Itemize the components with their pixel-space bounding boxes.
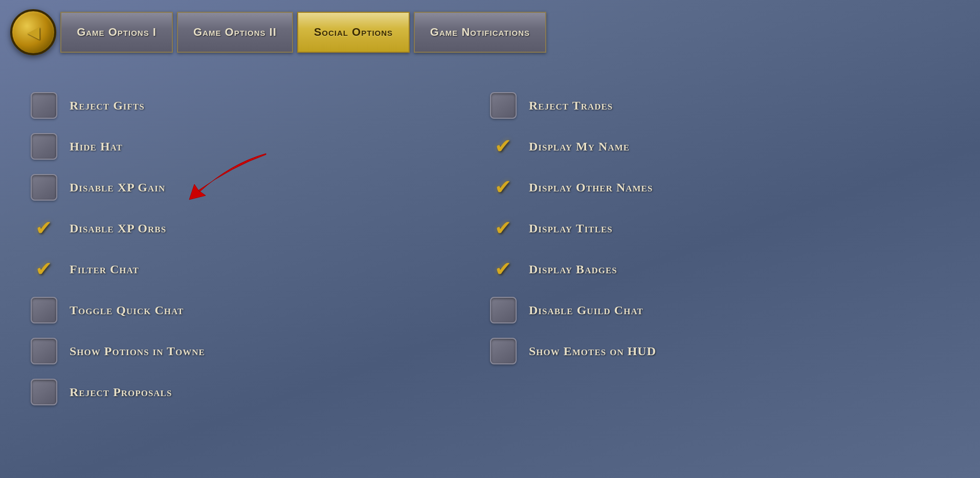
reject-trades-label: Reject Trades xyxy=(529,99,613,113)
tab-game-options-1[interactable]: Game Options I xyxy=(60,12,173,53)
filter-chat-checkbox[interactable]: ✔ xyxy=(31,256,57,283)
display-badges-label: Display Badges xyxy=(529,263,617,276)
list-item: Reject Trades xyxy=(490,85,949,126)
list-item: Show Emotes on HUD xyxy=(490,331,949,372)
left-column: Reject Gifts Hide Hat Disable XP Gain ✔ … xyxy=(31,85,490,412)
list-item: Reject Proposals xyxy=(31,372,490,412)
display-other-names-checkbox[interactable]: ✔ xyxy=(490,174,517,201)
list-item: ✔ Display Titles xyxy=(490,208,949,249)
checkmark-icon: ✔ xyxy=(35,218,53,238)
checkmark-icon: ✔ xyxy=(495,177,512,198)
tab-game-notifications[interactable]: Game Notifications xyxy=(414,12,546,53)
reject-proposals-label: Reject Proposals xyxy=(70,385,172,399)
display-other-names-label: Display Other Names xyxy=(529,181,653,194)
reject-gifts-checkbox[interactable] xyxy=(31,92,57,119)
show-emotes-label: Show Emotes on HUD xyxy=(529,344,656,358)
list-item: Disable XP Gain xyxy=(31,167,490,208)
checkmark-icon: ✔ xyxy=(495,218,512,238)
disable-xp-gain-label: Disable XP Gain xyxy=(70,181,165,194)
disable-xp-gain-checkbox[interactable] xyxy=(31,174,57,201)
disable-guild-chat-checkbox[interactable] xyxy=(490,297,517,323)
list-item: ✔ Display My Name xyxy=(490,126,949,167)
list-item: Reject Gifts xyxy=(31,85,490,126)
toggle-quick-chat-checkbox[interactable] xyxy=(31,297,57,323)
display-titles-label: Display Titles xyxy=(529,222,613,235)
display-my-name-label: Display My Name xyxy=(529,140,630,154)
right-column: Reject Trades ✔ Display My Name ✔ Displa… xyxy=(490,85,949,412)
checkmark-icon: ✔ xyxy=(495,259,512,279)
hide-hat-checkbox[interactable] xyxy=(31,133,57,160)
disable-guild-chat-label: Disable Guild Chat xyxy=(529,303,643,317)
list-item: ✔ Filter Chat xyxy=(31,249,490,290)
disable-xp-orbs-label: Disable XP Orbs xyxy=(70,222,166,235)
display-titles-checkbox[interactable]: ✔ xyxy=(490,215,517,242)
show-potions-label: Show Potions in Towne xyxy=(70,344,205,358)
options-content: Reject Gifts Hide Hat Disable XP Gain ✔ … xyxy=(0,64,980,433)
header: Game Options I Game Options II Social Op… xyxy=(0,0,980,64)
show-potions-checkbox[interactable] xyxy=(31,338,57,364)
display-badges-checkbox[interactable]: ✔ xyxy=(490,256,517,283)
reject-proposals-checkbox[interactable] xyxy=(31,379,57,405)
list-item: Show Potions in Towne xyxy=(31,331,490,372)
checkmark-icon: ✔ xyxy=(35,259,53,279)
display-my-name-checkbox[interactable]: ✔ xyxy=(490,133,517,160)
tab-social-options[interactable]: Social Options xyxy=(297,12,410,53)
list-item: Disable Guild Chat xyxy=(490,290,949,331)
tab-game-options-2[interactable]: Game Options II xyxy=(177,12,293,53)
list-item: Hide Hat xyxy=(31,126,490,167)
disable-xp-orbs-checkbox[interactable]: ✔ xyxy=(31,215,57,242)
back-button[interactable] xyxy=(10,9,56,55)
list-item: ✔ Display Badges xyxy=(490,249,949,290)
checkmark-icon: ✔ xyxy=(495,136,512,157)
toggle-quick-chat-label: Toggle Quick Chat xyxy=(70,303,184,317)
reject-trades-checkbox[interactable] xyxy=(490,92,517,119)
reject-gifts-label: Reject Gifts xyxy=(70,99,145,113)
list-item: ✔ Disable XP Orbs xyxy=(31,208,490,249)
list-item: ✔ Display Other Names xyxy=(490,167,949,208)
hide-hat-label: Hide Hat xyxy=(70,140,123,154)
list-item: Toggle Quick Chat xyxy=(31,290,490,331)
filter-chat-label: Filter Chat xyxy=(70,263,139,276)
show-emotes-checkbox[interactable] xyxy=(490,338,517,364)
